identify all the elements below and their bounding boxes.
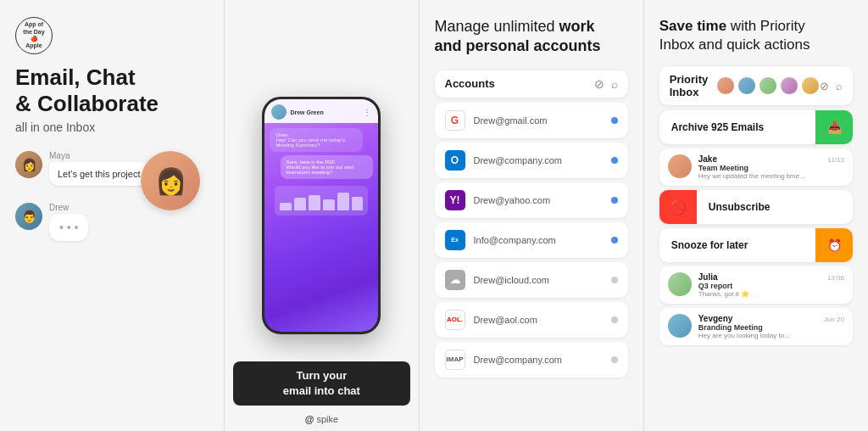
panel-accounts: Manage unlimited workand personal accoun…: [419, 0, 643, 431]
phone-contact-avatar: [271, 104, 287, 120]
yahoo-logo: Y!: [445, 190, 465, 210]
maya-large-avatar: 👩: [141, 151, 200, 210]
chat-demo: 👩 👩 Maya Let's get this project started!…: [15, 151, 209, 414]
overlay-text: Turn youremail into chat: [233, 361, 409, 406]
email-row-yevgeny[interactable]: Yevgeny Jun 20 Branding Meeting Hey are …: [659, 308, 853, 345]
icloud-logo: ☁: [445, 270, 465, 290]
aol-dot: [611, 316, 618, 323]
julia-email-content: Julia 13:06 Q3 report Thanks, got it ⭐: [698, 272, 844, 298]
app-of-day-badge: App of the Day 🍎 Apple: [15, 17, 209, 54]
julia-sender: Julia: [698, 272, 718, 282]
exchange-email: Info@company.com: [474, 235, 603, 245]
maya-avatar: 👩: [15, 151, 42, 178]
gmail-dot: [611, 117, 618, 124]
panel1-title: Email, Chat& Collaborate: [15, 64, 209, 117]
drew-name: Drew: [49, 203, 88, 212]
icloud-dot: [611, 277, 618, 283]
jake-preview: Hey we updated the meeting time...: [698, 172, 844, 180]
phone-mockup-container: Drew Green ⋮ Drew:Hey! Can you send me t…: [225, 0, 418, 431]
priority-avatar-1: [716, 76, 735, 95]
phone-messages: Drew:Hey! Can you send me today's Meetin…: [264, 123, 378, 332]
phone-chart: [275, 186, 368, 216]
archive-icon: 📥: [827, 120, 842, 134]
phone-contact-name: Drew Green: [290, 109, 323, 115]
snooze-action-row[interactable]: Snooze for later ⏰: [659, 228, 853, 262]
account-row-yahoo[interactable]: Y! Drew@yahoo.com: [435, 182, 628, 218]
drew-avatar: 👨: [15, 203, 42, 230]
priority-filter-icon[interactable]: ⊘: [820, 80, 829, 92]
julia-subject: Q3 report: [698, 282, 844, 290]
priority-search-icon[interactable]: ⌕: [836, 80, 843, 92]
panel4-title: Save time with PriorityInbox and quick a…: [659, 17, 853, 54]
unsubscribe-label: Unsubscribe: [697, 201, 853, 213]
jake-time: 11/13: [827, 156, 844, 164]
priority-action-icons: ⊘ ⌕: [820, 80, 843, 92]
accounts-action-icons: ⊘ ⌕: [594, 77, 618, 91]
outlook-logo: O: [445, 150, 465, 171]
julia-time: 13:06: [827, 274, 844, 282]
jake-email-content: Jake 11/13 Team Meeting Hey we updated t…: [698, 154, 844, 180]
archive-label: Archive 925 Emails: [659, 121, 815, 133]
icloud-email: Drew@icloud.com: [474, 275, 603, 285]
drew-typing-bubble: • • •: [49, 214, 88, 241]
yevgeny-email-content: Yevgeny Jun 20 Branding Meeting Hey are …: [698, 314, 844, 339]
unsubscribe-icon: 🚫: [659, 190, 697, 224]
archive-icon-button[interactable]: 📥: [815, 110, 853, 144]
imap-email: Drew@company.com: [474, 355, 603, 365]
email-row-jake[interactable]: Jake 11/13 Team Meeting Hey we updated t…: [659, 148, 853, 186]
panel1-subtitle: all in one Inbox: [15, 120, 209, 134]
phone-mockup: Drew Green ⋮ Drew:Hey! Can you send me t…: [262, 97, 381, 334]
priority-avatar-4: [780, 76, 798, 95]
outlook-email: Drew@company.com: [474, 155, 603, 165]
jake-sender: Jake: [698, 154, 717, 164]
drew-bubble-wrapper: Drew • • •: [49, 203, 88, 241]
julia-email-top: Julia 13:06: [698, 272, 844, 282]
phone-message-2: Sure, here is the PDF.Would you like to …: [281, 155, 374, 179]
julia-preview: Thanks, got it ⭐: [698, 290, 844, 298]
yahoo-email: Drew@yahoo.com: [474, 195, 603, 205]
priority-title-row: Priority Inbox: [670, 73, 716, 98]
snooze-label: Snooze for later: [659, 239, 815, 251]
imap-logo: IMAP: [445, 350, 465, 370]
priority-avatar-3: [759, 76, 777, 95]
email-row-julia[interactable]: Julia 13:06 Q3 report Thanks, got it ⭐: [659, 266, 853, 304]
spike-logo: @ spike: [225, 414, 418, 424]
snooze-icon-button[interactable]: ⏰: [815, 228, 853, 262]
yevgeny-sender: Yevgeny: [698, 314, 733, 323]
account-row-aol[interactable]: AOL. Drew@aol.com: [435, 302, 628, 338]
snooze-icon: ⏰: [827, 238, 842, 252]
outlook-dot: [611, 157, 618, 164]
gmail-email: Drew@gmail.com: [474, 115, 603, 126]
filter-icon[interactable]: ⊘: [594, 77, 604, 91]
phone-screen: Drew Green ⋮ Drew:Hey! Can you send me t…: [264, 99, 378, 332]
phone-message-1: Drew:Hey! Can you send me today's Meetin…: [270, 128, 363, 152]
yevgeny-avatar: [668, 314, 692, 338]
search-icon[interactable]: ⌕: [611, 77, 618, 91]
aol-email: Drew@aol.com: [474, 315, 603, 325]
account-row-gmail[interactable]: G Drew@gmail.com: [435, 103, 628, 138]
phone-more-icon: ⋮: [363, 108, 371, 117]
julia-avatar: [668, 272, 692, 296]
jake-email-top: Jake 11/13: [698, 154, 844, 164]
aol-logo: AOL.: [445, 310, 465, 330]
priority-avatar-5: [801, 76, 820, 95]
yahoo-dot: [611, 197, 618, 204]
email-to-chat-overlay: Turn youremail into chat: [225, 361, 418, 406]
priority-inbox-header: Priority Inbox ⊘ ⌕: [659, 66, 853, 105]
yevgeny-time: Jun 20: [824, 316, 844, 323]
account-row-imap[interactable]: IMAP Drew@company.com: [435, 342, 628, 378]
account-row-icloud[interactable]: ☁ Drew@icloud.com: [435, 262, 628, 298]
yevgeny-email-top: Yevgeny Jun 20: [698, 314, 844, 323]
gmail-logo: G: [445, 110, 465, 131]
yevgeny-preview: Hey are you looking today to...: [698, 332, 844, 339]
spike-at-symbol: @: [305, 414, 314, 424]
jake-avatar: [668, 154, 692, 178]
archive-action-row[interactable]: Archive 925 Emails 📥: [659, 110, 853, 144]
account-row-outlook[interactable]: O Drew@company.com: [435, 143, 628, 178]
unsubscribe-action-row[interactable]: 🚫 Unsubscribe: [659, 190, 853, 224]
exchange-dot: [611, 237, 618, 243]
exchange-logo: Ex: [445, 230, 465, 250]
priority-avatar-2: [737, 76, 756, 95]
panel-email-chat: App of the Day 🍎 Apple Email, Chat& Coll…: [0, 0, 224, 431]
account-row-exchange[interactable]: Ex Info@company.com: [435, 222, 628, 258]
